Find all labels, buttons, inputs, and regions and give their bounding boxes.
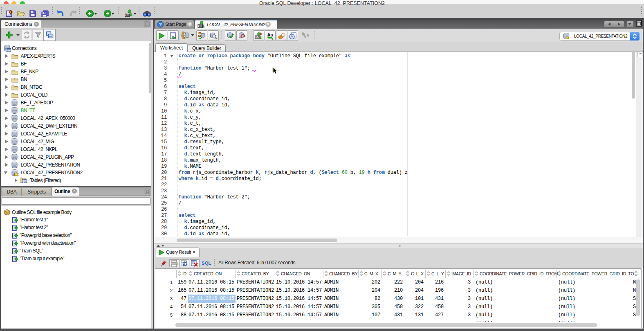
svg-text:Aa: Aa [267, 32, 274, 37]
svg-text:?: ? [159, 22, 162, 27]
svg-text:SOL: SOL [126, 14, 131, 16]
svg-text:SOL: SOL [256, 36, 261, 38]
svg-text:SOL: SOL [198, 25, 204, 27]
